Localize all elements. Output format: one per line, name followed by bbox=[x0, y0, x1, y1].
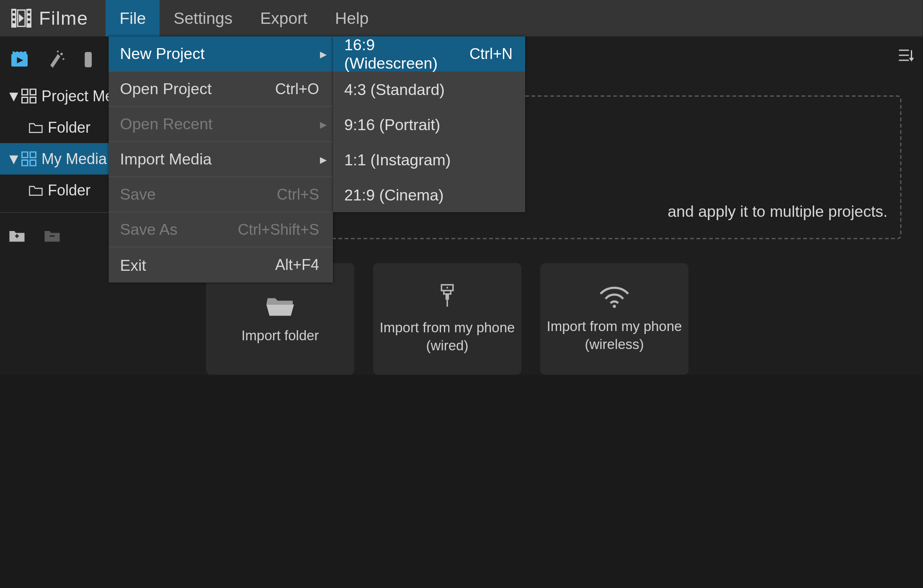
caret-down-icon: ▼ bbox=[6, 87, 16, 105]
folder-open-icon bbox=[265, 293, 295, 318]
svg-rect-23 bbox=[30, 98, 36, 103]
svg-rect-2 bbox=[13, 16, 15, 18]
svg-point-17 bbox=[62, 58, 64, 60]
app-name: Filme bbox=[39, 8, 88, 29]
import-phone-wired-button[interactable]: Import from my phone (wired) bbox=[373, 263, 521, 375]
menu-help[interactable]: Help bbox=[321, 0, 382, 36]
item-shortcut: Ctrl+N bbox=[469, 45, 513, 63]
sort-icon[interactable] bbox=[898, 46, 915, 64]
caret-down-icon: ▼ bbox=[6, 150, 16, 168]
item-label: Save bbox=[120, 185, 277, 204]
add-folder-icon[interactable] bbox=[9, 228, 25, 243]
grid-icon bbox=[21, 89, 36, 104]
svg-rect-12 bbox=[15, 50, 17, 52]
menu-settings[interactable]: Settings bbox=[160, 0, 246, 36]
file-import-media[interactable]: Import Media ▶ bbox=[109, 142, 333, 177]
item-shortcut: Ctrl+O bbox=[275, 80, 319, 98]
item-shortcut: Alt+F4 bbox=[275, 256, 319, 274]
ratio-9-16[interactable]: 9:16 (Portrait) bbox=[333, 107, 525, 142]
submenu-arrow-icon: ▶ bbox=[320, 119, 327, 129]
file-menu: New Project ▶ Open Project Ctrl+O Open R… bbox=[109, 36, 333, 282]
svg-point-18 bbox=[57, 51, 59, 53]
folder-icon bbox=[29, 184, 43, 197]
ratio-4-3[interactable]: 4:3 (Standard) bbox=[333, 72, 525, 107]
item-label: Open Recent bbox=[120, 115, 320, 134]
dropzone-text: and apply it to multiple projects. bbox=[668, 202, 887, 221]
svg-rect-13 bbox=[18, 50, 21, 52]
menu-file[interactable]: File bbox=[106, 0, 160, 36]
submenu-arrow-icon: ▶ bbox=[320, 154, 327, 164]
svg-rect-7 bbox=[28, 21, 30, 23]
item-label: 9:16 (Portrait) bbox=[344, 115, 513, 134]
svg-rect-19 bbox=[85, 52, 92, 67]
svg-rect-6 bbox=[28, 16, 30, 18]
item-label: Import Media bbox=[120, 150, 320, 169]
svg-rect-3 bbox=[13, 21, 15, 23]
svg-rect-26 bbox=[22, 160, 28, 166]
svg-rect-37 bbox=[446, 294, 449, 300]
item-label: 1:1 (Instagram) bbox=[344, 150, 513, 169]
card-label: Import folder bbox=[235, 327, 325, 345]
file-open-recent: Open Recent ▶ bbox=[109, 107, 333, 142]
svg-point-36 bbox=[446, 287, 448, 289]
item-label: 21:9 (Cinema) bbox=[344, 185, 513, 204]
file-exit[interactable]: Exit Alt+F4 bbox=[109, 247, 333, 282]
svg-point-39 bbox=[613, 305, 616, 308]
film-logo-icon bbox=[11, 9, 31, 28]
tree-label: Folder bbox=[48, 119, 90, 136]
svg-rect-5 bbox=[28, 11, 30, 13]
grid-icon bbox=[21, 151, 36, 167]
ratio-1-1[interactable]: 1:1 (Instagram) bbox=[333, 142, 525, 177]
new-project-submenu: 16:9 (Widescreen) Ctrl+N 4:3 (Standard) … bbox=[333, 36, 525, 212]
svg-rect-24 bbox=[22, 152, 28, 158]
usb-icon bbox=[433, 283, 461, 311]
tree-label: My Media bbox=[41, 150, 107, 168]
ratio-16-9[interactable]: 16:9 (Widescreen) Ctrl+N bbox=[333, 36, 525, 72]
item-label: Exit bbox=[120, 256, 275, 274]
item-shortcut: Ctrl+S bbox=[277, 185, 319, 203]
card-label: Import from my phone (wireless) bbox=[540, 318, 688, 354]
svg-rect-25 bbox=[30, 152, 36, 158]
svg-rect-1 bbox=[13, 11, 15, 13]
file-save: Save Ctrl+S bbox=[109, 177, 333, 212]
effects-tab-icon[interactable] bbox=[46, 50, 65, 69]
menubar: Filme File Settings Export Help bbox=[0, 0, 923, 36]
file-new-project[interactable]: New Project ▶ bbox=[109, 36, 333, 72]
app-logo: Filme bbox=[0, 8, 106, 29]
svg-rect-30 bbox=[50, 236, 55, 237]
item-label: Save As bbox=[120, 221, 238, 239]
tree-label: Folder bbox=[48, 182, 90, 199]
item-label: Open Project bbox=[120, 80, 275, 98]
svg-rect-29 bbox=[16, 234, 18, 238]
svg-marker-9 bbox=[19, 14, 24, 23]
folder-icon bbox=[29, 121, 43, 134]
menu-export[interactable]: Export bbox=[246, 0, 321, 36]
file-open-project[interactable]: Open Project Ctrl+O bbox=[109, 72, 333, 107]
partial-tab-icon[interactable] bbox=[83, 50, 102, 69]
svg-rect-21 bbox=[30, 89, 36, 95]
svg-marker-34 bbox=[909, 58, 914, 62]
item-label: 4:3 (Standard) bbox=[344, 80, 513, 98]
svg-point-16 bbox=[60, 53, 63, 55]
item-shortcut: Ctrl+Shift+S bbox=[238, 221, 319, 238]
svg-rect-20 bbox=[22, 89, 28, 95]
media-tab-icon[interactable] bbox=[10, 50, 29, 69]
remove-folder-icon[interactable] bbox=[44, 228, 60, 243]
submenu-arrow-icon: ▶ bbox=[320, 49, 327, 59]
item-label: 16:9 (Widescreen) bbox=[344, 36, 469, 72]
svg-rect-14 bbox=[22, 50, 24, 52]
ratio-21-9[interactable]: 21:9 (Cinema) bbox=[333, 177, 525, 212]
file-save-as: Save As Ctrl+Shift+S bbox=[109, 212, 333, 247]
card-label: Import from my phone (wired) bbox=[373, 319, 521, 355]
wifi-icon bbox=[598, 284, 631, 309]
item-label: New Project bbox=[120, 45, 320, 63]
import-phone-wireless-button[interactable]: Import from my phone (wireless) bbox=[540, 263, 688, 375]
svg-rect-27 bbox=[30, 160, 36, 166]
svg-rect-22 bbox=[22, 98, 28, 103]
